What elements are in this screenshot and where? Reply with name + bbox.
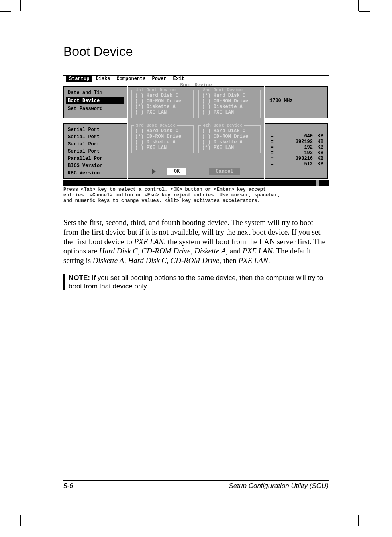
text: ,: [190, 247, 194, 255]
text: then: [221, 256, 238, 265]
note-block: NOTE: If you set all booting options to …: [63, 274, 329, 291]
radio-option[interactable]: ( ) CD-ROM Drive: [202, 134, 257, 139]
radio-option[interactable]: ( ) CD-ROM Drive: [135, 98, 190, 104]
memory-line: =640KB: [270, 133, 323, 139]
menu-startup[interactable]: Startup: [66, 76, 92, 82]
left-panel-2: Serial Port Serial Port Serial Port Seri…: [63, 123, 127, 179]
menu-power[interactable]: Power: [149, 76, 169, 82]
bios-screenshot: Startup Disks Components Power Exit Boot…: [63, 75, 329, 204]
boot-device-group-4: 4th Boot Device( ) Hard Disk C( ) CD-ROM…: [198, 125, 261, 153]
radio-option[interactable]: (*) CD-ROM Drive: [135, 134, 190, 139]
text-italic: Hard Disk C: [99, 247, 138, 255]
memory-line: =192KB: [270, 150, 323, 156]
right-panel-2: =640KB=392192KB=192KB=192KB=393216KB=512…: [265, 123, 328, 179]
note-text: If you set all booting options to the sa…: [69, 274, 323, 290]
text-italic: CD-ROM Drive,: [171, 256, 222, 265]
memory-line: =512KB: [270, 161, 323, 167]
radio-option[interactable]: ( ) PXE LAN: [135, 145, 190, 151]
description-paragraph: Sets the first, second, third, and fourt…: [63, 218, 329, 265]
radio-option[interactable]: ( ) Diskette A: [135, 139, 190, 145]
text-italic: PXE LAN: [238, 256, 268, 265]
bottom-strip: [63, 180, 329, 186]
page-title: Boot Device: [63, 44, 329, 59]
bios-menubar: Startup Disks Components Power Exit: [63, 75, 329, 82]
info-serial-port: Serial Port: [68, 133, 122, 141]
radio-option[interactable]: ( ) CD-ROM Drive: [202, 98, 257, 104]
right-panel-1: 1700 MHz: [265, 86, 328, 118]
cpu-speed: 1700 MHz: [270, 98, 323, 104]
radio-option[interactable]: (*) Hard Disk C: [202, 93, 257, 98]
cancel-button[interactable]: Cancel: [209, 168, 240, 175]
memory-line: =393216KB: [270, 156, 323, 161]
memory-line: =192KB: [270, 145, 323, 150]
info-kbc-version: KBC Version: [68, 169, 122, 177]
group-title: 4th Boot Device: [201, 123, 244, 128]
menu-date-time[interactable]: Date and Tim: [68, 89, 122, 96]
info-bios-version: BIOS Version: [68, 162, 122, 169]
boot-device-group-3: 3rd Boot Device( ) Hard Disk C(*) CD-ROM…: [131, 125, 194, 153]
radio-option[interactable]: ( ) Hard Disk C: [135, 128, 190, 134]
text-italic: Diskette A: [194, 247, 226, 255]
ok-button[interactable]: OK: [167, 168, 186, 175]
info-serial-port: Serial Port: [68, 141, 122, 148]
info-serial-port: Serial Port: [68, 148, 122, 155]
radio-option[interactable]: ( ) PXE LAN: [202, 110, 257, 115]
group-title: 1st Boot Device: [134, 87, 177, 93]
menu-exit[interactable]: Exit: [169, 76, 188, 82]
help-line: entries. <Cancel> button or <Esc> key re…: [63, 192, 329, 198]
menu-boot-device[interactable]: Boot Device: [66, 97, 124, 104]
text: ,: [167, 256, 171, 265]
info-parallel-port: Parallel Por: [68, 155, 122, 162]
footer-page-number: 5-6: [63, 482, 74, 490]
menu-set-password[interactable]: Set Password: [68, 105, 122, 112]
page-footer: 5-6 Setup Configuration Utility (SCU): [63, 480, 329, 490]
group-title: 3rd Boot Device: [134, 123, 177, 128]
text-italic: Diskette A: [93, 256, 124, 265]
text: , and: [226, 247, 243, 255]
left-panel-1: Date and Tim Boot Device Set Password: [63, 86, 127, 118]
radio-option[interactable]: ( ) Hard Disk C: [202, 128, 257, 134]
text: ,: [124, 256, 128, 265]
menu-components[interactable]: Components: [113, 76, 149, 82]
radio-option[interactable]: ( ) Diskette A: [202, 139, 257, 145]
boot-device-group-2: 2nd Boot Device(*) Hard Disk C( ) CD-ROM…: [198, 90, 261, 118]
radio-option[interactable]: (*) Diskette A: [135, 104, 190, 110]
boot-device-dialog: 4th Boot Device( ) Hard Disk C( ) CD-ROM…: [128, 86, 264, 179]
text-italic: CD-ROM Drive: [142, 247, 191, 255]
text-italic: PXE LAN: [134, 237, 164, 246]
note-label: NOTE:: [69, 274, 90, 282]
help-line: Press <Tab> key to select a control. <OK…: [63, 187, 329, 192]
note-bar: [63, 274, 65, 291]
help-text: Press <Tab> key to select a control. <OK…: [63, 187, 329, 204]
text: .: [268, 256, 270, 265]
text-italic: PXE LAN: [243, 247, 272, 255]
menu-disks[interactable]: Disks: [92, 76, 113, 82]
radio-option[interactable]: (*) PXE LAN: [202, 145, 257, 151]
radio-option[interactable]: ( ) Diskette A: [202, 104, 257, 110]
text: ,: [138, 247, 142, 255]
radio-option[interactable]: ( ) PXE LAN: [135, 110, 190, 115]
memory-line: =392192KB: [270, 139, 323, 145]
footer-section-title: Setup Configuration Utility (SCU): [229, 482, 329, 490]
help-line: and numeric keys to change values. <Alt>…: [63, 198, 329, 204]
group-title: 2nd Boot Device: [201, 87, 244, 93]
triangle-right-icon: [152, 169, 156, 174]
info-serial-port: Serial Port: [68, 126, 122, 133]
text-italic: Hard Disk C: [128, 256, 167, 265]
boot-device-group-1: 1st Boot Device( ) Hard Disk C( ) CD-ROM…: [131, 90, 194, 118]
radio-option[interactable]: ( ) Hard Disk C: [135, 93, 190, 98]
